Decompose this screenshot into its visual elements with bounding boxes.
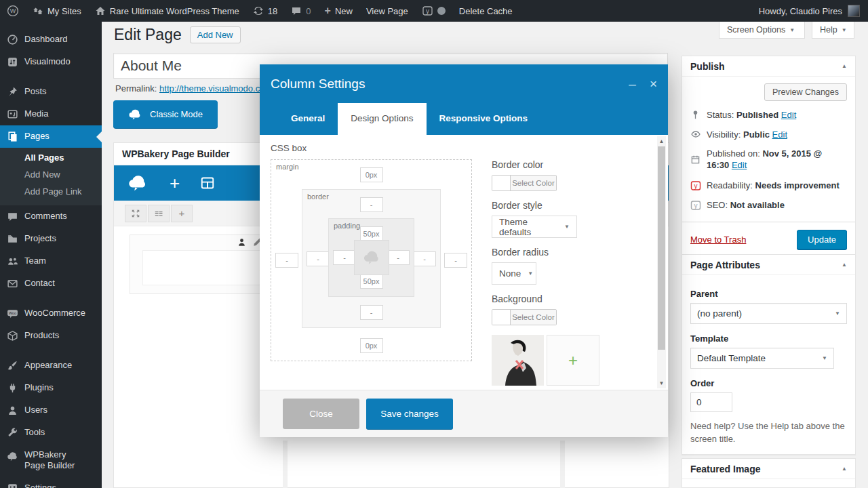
- wordpress-logo-menu[interactable]: W: [0, 0, 26, 22]
- padding-right-input[interactable]: [387, 250, 410, 265]
- minimize-icon[interactable]: –: [629, 77, 636, 90]
- pages-submenu: All Pages Add New Add Page Link: [0, 148, 102, 205]
- submenu-add-new[interactable]: Add New: [0, 166, 102, 183]
- chevron-down-icon: ▼: [564, 224, 570, 230]
- sidebar-item-label: Visualmodo: [24, 56, 71, 67]
- sidebar-item-appearance[interactable]: Appearance: [0, 354, 102, 377]
- update-button[interactable]: Update: [797, 230, 847, 249]
- submenu-all-pages[interactable]: All Pages: [0, 149, 102, 166]
- edit-visibility-link[interactable]: Edit: [772, 129, 787, 140]
- edit-status-link[interactable]: Edit: [781, 110, 796, 120]
- border-style-select[interactable]: Theme defaults ▼: [492, 216, 577, 238]
- publish-panel-header[interactable]: Publish ▲: [682, 56, 855, 77]
- close-button[interactable]: Close: [283, 399, 359, 429]
- sidebar-item-visualmodo[interactable]: Visualmodo: [0, 51, 102, 73]
- sidebar-item-label: Comments: [24, 211, 67, 222]
- margin-top-input[interactable]: [360, 167, 383, 182]
- new-content-menu[interactable]: + New: [318, 0, 359, 22]
- border-radius-select[interactable]: None ▼: [492, 262, 536, 285]
- rows-view-icon[interactable]: [148, 205, 170, 222]
- fullscreen-move-icon[interactable]: [125, 205, 146, 222]
- sidebar-item-plugins[interactable]: Plugins: [0, 377, 102, 399]
- padding-left-input[interactable]: [333, 250, 356, 265]
- featured-image-header[interactable]: Featured Image ▲: [682, 459, 855, 479]
- sidebar-item-products[interactable]: Products: [0, 325, 102, 347]
- seo-label: SEO:: [707, 200, 728, 210]
- sidebar-item-projects[interactable]: Projects: [0, 228, 102, 250]
- tab-design-options[interactable]: Design Options: [338, 103, 426, 135]
- scroll-up-icon[interactable]: ▲: [659, 136, 665, 146]
- move-to-trash-link[interactable]: Move to Trash: [690, 235, 746, 245]
- submenu-add-page-link[interactable]: Add Page Link: [0, 183, 102, 200]
- sidebar-item-comments[interactable]: Comments: [0, 205, 102, 228]
- order-input[interactable]: [690, 392, 732, 412]
- classic-mode-label: Classic Mode: [150, 109, 203, 119]
- sidebar-item-posts[interactable]: Posts: [0, 81, 102, 103]
- padding-bottom-input[interactable]: [360, 274, 383, 289]
- collapse-arrow-icon[interactable]: ▲: [842, 63, 847, 69]
- my-sites-menu[interactable]: My Sites: [26, 0, 88, 22]
- admin-bar: W My Sites Rare Ultimate WordPress Theme…: [0, 0, 868, 22]
- sidebar-item-wpbakery[interactable]: WPBakery Page Builder: [0, 444, 102, 477]
- help-tab[interactable]: Help ▼: [812, 22, 854, 39]
- permalink-link[interactable]: http://theme.visualmodo.co: [159, 83, 264, 94]
- sidebar-item-dashboard[interactable]: Dashboard: [0, 28, 102, 51]
- template-select[interactable]: Default Template ▼: [690, 348, 834, 369]
- add-image-button[interactable]: +: [547, 335, 599, 386]
- sidebar-item-tools[interactable]: Tools: [0, 422, 102, 444]
- user-icon: [7, 405, 18, 416]
- border-top-input[interactable]: [360, 197, 383, 212]
- author-element-icon[interactable]: [237, 237, 247, 247]
- preview-changes-button[interactable]: Preview Changes: [764, 83, 847, 101]
- classic-mode-button[interactable]: Classic Mode: [113, 100, 218, 128]
- sidebar-item-contact[interactable]: Contact: [0, 272, 102, 295]
- modal-scrollbar[interactable]: ▲ ▼: [657, 136, 666, 388]
- scroll-down-icon[interactable]: ▼: [659, 378, 665, 388]
- sidebar-item-team[interactable]: Team: [0, 250, 102, 272]
- site-name-menu[interactable]: Rare Ultimate WordPress Theme: [88, 0, 246, 22]
- margin-right-input[interactable]: [444, 253, 467, 268]
- screen-options-tab[interactable]: Screen Options ▼: [719, 22, 805, 39]
- add-element-icon[interactable]: +: [170, 174, 180, 192]
- sidebar-item-woocommerce[interactable]: Woo WooCommerce: [0, 302, 102, 325]
- add-new-button[interactable]: Add New: [190, 26, 241, 43]
- add-tab-icon[interactable]: +: [171, 205, 193, 222]
- delete-cache-label: Delete Cache: [459, 6, 513, 16]
- padding-top-input[interactable]: [360, 226, 383, 241]
- sidebar-item-users[interactable]: Users: [0, 399, 102, 422]
- comments-menu[interactable]: 0: [284, 0, 317, 22]
- margin-bottom-input[interactable]: [360, 338, 383, 353]
- tab-general[interactable]: General: [278, 103, 338, 135]
- updates-menu[interactable]: 18: [246, 0, 284, 22]
- tab-responsive-options[interactable]: Responsive Options: [427, 103, 541, 135]
- collapse-arrow-icon[interactable]: ▲: [842, 466, 847, 472]
- save-changes-button[interactable]: Save changes: [366, 399, 453, 429]
- border-color-picker[interactable]: Select Color: [492, 175, 557, 191]
- margin-left-input[interactable]: [275, 253, 298, 268]
- parent-select[interactable]: (no parent) ▼: [690, 303, 847, 324]
- page-attributes-header[interactable]: Page Attributes ▲: [682, 255, 855, 275]
- scrollbar-thumb[interactable]: [658, 146, 665, 350]
- close-icon[interactable]: ×: [650, 77, 657, 90]
- seo-value: Not available: [730, 200, 785, 210]
- delete-cache-menu[interactable]: Delete Cache: [452, 0, 519, 22]
- comment-bubble-icon: [291, 5, 302, 16]
- sidebar-item-settings[interactable]: Settings: [0, 477, 102, 488]
- collapse-arrow-icon[interactable]: ▲: [842, 262, 847, 268]
- status-value: Published: [736, 110, 778, 120]
- yoast-menu[interactable]: y: [415, 0, 452, 22]
- color-swatch: [492, 176, 511, 190]
- view-page-menu[interactable]: View Page: [359, 0, 415, 22]
- background-image-thumbnail[interactable]: [492, 335, 544, 386]
- border-left-input[interactable]: [307, 251, 330, 266]
- background-color-picker[interactable]: Select Color: [492, 309, 557, 325]
- templates-icon[interactable]: [200, 176, 215, 190]
- border-right-input[interactable]: [413, 251, 436, 266]
- border-bottom-input[interactable]: [360, 305, 383, 320]
- sidebar-item-pages[interactable]: Pages: [0, 125, 102, 148]
- edit-published-link[interactable]: Edit: [732, 160, 747, 170]
- sidebar-item-media[interactable]: Media: [0, 103, 102, 125]
- wpbakery-logo-icon[interactable]: [126, 173, 149, 193]
- account-menu[interactable]: Howdy, Claudio Pires: [759, 5, 868, 17]
- modal-header: Column Settings – ×: [260, 64, 668, 103]
